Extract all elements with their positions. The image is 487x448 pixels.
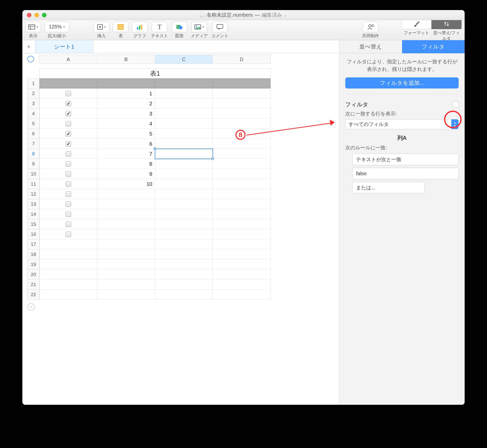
cell-D18[interactable] <box>213 249 271 259</box>
cell-B14[interactable] <box>97 209 155 219</box>
rule-or-button[interactable]: または... <box>352 182 425 193</box>
cell-B6[interactable]: 5 <box>97 129 155 139</box>
cell-C1[interactable] <box>155 78 213 88</box>
checkbox-cell[interactable] <box>66 151 71 157</box>
cell-B19[interactable] <box>97 259 155 270</box>
cell-C2[interactable] <box>155 88 213 99</box>
cell-C11[interactable] <box>155 179 213 189</box>
selection-handle[interactable] <box>211 157 214 160</box>
cell-C17[interactable] <box>155 239 213 249</box>
rule-value-input[interactable]: false <box>352 168 459 179</box>
cell-D14[interactable] <box>213 209 271 219</box>
cell-A4[interactable] <box>39 109 97 119</box>
select-all-handle[interactable] <box>27 56 34 62</box>
cell-A16[interactable] <box>39 229 97 239</box>
row-header-20[interactable]: 20 <box>27 270 39 280</box>
cell-A14[interactable] <box>39 209 97 219</box>
cell-B13[interactable] <box>97 199 155 209</box>
cell-D9[interactable] <box>213 159 271 169</box>
row-header-21[interactable]: 21 <box>27 280 39 290</box>
filter-enable-checkbox[interactable] <box>453 102 459 108</box>
cell-D16[interactable] <box>213 229 271 239</box>
inspector-tab-sort[interactable]: 並べ替え <box>339 40 402 53</box>
row-header-9[interactable]: 9 <box>27 159 39 169</box>
sort-filter-button[interactable] <box>431 19 462 29</box>
cell-A11[interactable] <box>39 179 97 189</box>
rule-condition[interactable]: テキストが次と一致 <box>352 154 459 165</box>
column-header-A[interactable]: A <box>39 55 97 64</box>
checkbox-cell[interactable] <box>66 221 71 227</box>
row-header-7[interactable]: 7 <box>27 139 39 149</box>
cell-D11[interactable] <box>213 179 271 189</box>
cell-A3[interactable] <box>39 99 97 109</box>
cell-A21[interactable] <box>39 280 97 290</box>
cell-D5[interactable] <box>213 119 271 129</box>
zoom-select[interactable]: 125% ▾ <box>44 22 69 32</box>
cell-C14[interactable] <box>155 209 213 219</box>
row-header-17[interactable]: 17 <box>27 239 39 249</box>
cell-B5[interactable]: 4 <box>97 119 155 129</box>
cell-B16[interactable] <box>97 229 155 239</box>
cell-C15[interactable] <box>155 219 213 229</box>
cell-A20[interactable] <box>39 270 97 280</box>
cell-B2[interactable]: 1 <box>97 88 155 99</box>
cell-C9[interactable] <box>155 159 213 169</box>
cell-C18[interactable] <box>155 249 213 259</box>
cell-B10[interactable]: 9 <box>97 169 155 179</box>
cell-D2[interactable] <box>213 88 271 99</box>
column-header-D[interactable]: D <box>213 55 271 64</box>
cell-B3[interactable]: 2 <box>97 99 155 109</box>
fullscreen-window-button[interactable] <box>42 13 46 17</box>
chart-button[interactable] <box>132 22 148 32</box>
cell-A7[interactable] <box>39 139 97 149</box>
cell-D1[interactable] <box>213 78 271 88</box>
cell-C19[interactable] <box>155 259 213 270</box>
row-header-12[interactable]: 12 <box>27 189 39 199</box>
cell-D10[interactable] <box>213 169 271 179</box>
row-header-4[interactable]: 4 <box>27 109 39 119</box>
cell-B12[interactable] <box>97 189 155 199</box>
checkbox-cell[interactable] <box>66 211 71 217</box>
comment-button[interactable] <box>212 22 228 32</box>
cell-A15[interactable] <box>39 219 97 229</box>
checkbox-cell[interactable] <box>66 181 71 187</box>
minimize-window-button[interactable] <box>34 13 39 17</box>
checkbox-cell[interactable] <box>66 101 71 106</box>
chevron-down-icon[interactable]: ⌄ <box>284 13 287 17</box>
close-window-button[interactable] <box>27 13 31 17</box>
checkbox-cell[interactable] <box>66 141 71 147</box>
cell-B15[interactable] <box>97 219 155 229</box>
text-button[interactable]: T <box>152 22 167 32</box>
cell-C12[interactable] <box>155 189 213 199</box>
cell-D13[interactable] <box>213 199 271 209</box>
checkbox-cell[interactable] <box>66 121 71 126</box>
cell-A9[interactable] <box>39 159 97 169</box>
row-header-13[interactable]: 13 <box>27 199 39 209</box>
match-select[interactable]: すべてのフィルタ ▲▼ <box>345 119 459 129</box>
cell-D12[interactable] <box>213 189 271 199</box>
cell-B18[interactable] <box>97 249 155 259</box>
view-button[interactable]: ▾ <box>25 22 41 32</box>
cell-C4[interactable] <box>155 109 213 119</box>
checkbox-cell[interactable] <box>66 91 71 96</box>
cell-C3[interactable] <box>155 99 213 109</box>
spreadsheet-canvas[interactable]: ABCD表11234567891011121314151617181920212… <box>22 53 339 405</box>
checkbox-cell[interactable] <box>66 171 71 177</box>
cell-D4[interactable] <box>213 109 271 119</box>
checkbox-cell[interactable] <box>66 201 71 207</box>
cell-A6[interactable] <box>39 129 97 139</box>
row-header-11[interactable]: 11 <box>27 179 39 189</box>
cell-D15[interactable] <box>213 219 271 229</box>
cell-B4[interactable]: 3 <box>97 109 155 119</box>
row-header-10[interactable]: 10 <box>27 169 39 179</box>
cell-C22[interactable] <box>155 290 213 300</box>
row-header-19[interactable]: 19 <box>27 259 39 270</box>
cell-D17[interactable] <box>213 239 271 249</box>
cell-B11[interactable]: 10 <box>97 179 155 189</box>
checkbox-cell[interactable] <box>66 131 71 137</box>
cell-D20[interactable] <box>213 270 271 280</box>
table-button[interactable] <box>113 22 128 32</box>
cell-D19[interactable] <box>213 259 271 270</box>
cell-B8[interactable]: 7 <box>97 149 155 159</box>
cell-A22[interactable] <box>39 290 97 300</box>
